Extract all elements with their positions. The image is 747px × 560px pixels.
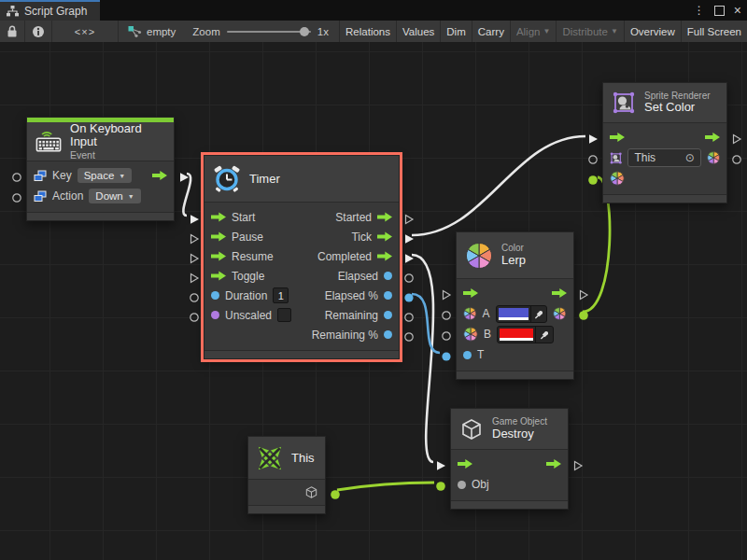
node-destroy[interactable]: Game Object Destroy Obj <box>450 408 569 510</box>
lerp-flow-in-port[interactable] <box>441 287 452 299</box>
flow-in-arrow <box>211 212 226 222</box>
keyboard-flow-out-port[interactable] <box>178 170 190 181</box>
node-footer <box>204 350 399 358</box>
maximize-icon[interactable] <box>714 6 725 16</box>
color-input-port[interactable] <box>587 173 599 184</box>
dim-button[interactable]: Dim <box>440 21 471 42</box>
color-wheel-icon <box>610 171 625 186</box>
graph-status-label: empty <box>147 26 176 37</box>
wire-this-to-destroy-obj[interactable] <box>337 483 434 490</box>
lock-button[interactable] <box>0 21 25 42</box>
key-input-port[interactable] <box>11 170 22 181</box>
node-footer <box>27 212 174 220</box>
elapsed-percent-port[interactable] <box>403 290 415 301</box>
lerp-b-port[interactable] <box>441 329 452 340</box>
node-title: On Keyboard Input <box>70 122 165 150</box>
flow-out-arrow <box>152 171 167 181</box>
port-row-action: Action Down ▼ <box>27 186 174 206</box>
node-footer <box>451 500 568 509</box>
started-flow-port[interactable] <box>403 212 415 223</box>
color-wheel-icon <box>463 327 478 342</box>
node-on-keyboard-input[interactable]: On Keyboard Input Event Key Space ▼ <box>26 117 175 221</box>
flow-out-arrow <box>705 133 720 143</box>
setcolor-flow-in-port[interactable] <box>587 132 599 143</box>
zoom-slider-handle[interactable] <box>300 27 309 36</box>
relations-button[interactable]: Relations <box>339 21 396 42</box>
action-dropdown[interactable]: Down ▼ <box>89 189 140 203</box>
unscaled-checkbox[interactable] <box>277 308 291 322</box>
toggle-flow-port[interactable] <box>189 271 200 282</box>
wire-timer-completed-to-destroy[interactable] <box>412 255 433 462</box>
pause-flow-port[interactable] <box>189 231 200 243</box>
elapsed-value-port[interactable] <box>403 271 415 282</box>
tick-flow-port[interactable] <box>403 231 415 243</box>
object-picker-icon[interactable]: ⊙ <box>685 152 695 163</box>
target-output-port[interactable] <box>731 152 742 163</box>
this-output-port[interactable] <box>330 487 341 498</box>
eyedropper-button[interactable] <box>530 306 546 322</box>
node-subtitle: Event <box>70 149 165 161</box>
chevron-down-icon: ▼ <box>128 193 134 200</box>
port-row-duration-elapsedpct: Duration 1 Elapsed % <box>204 286 399 305</box>
setcolor-flow-out-port[interactable] <box>731 132 742 143</box>
timer-clock-icon <box>213 165 241 193</box>
destroy-flow-in-port[interactable] <box>435 458 446 469</box>
eyedropper-button[interactable] <box>535 327 553 343</box>
port-row-unscaled-remaining: Unscaled Remaining <box>204 305 399 325</box>
graph-canvas[interactable]: On Keyboard Input Event Key Space ▼ <box>0 42 747 560</box>
lerp-result-port[interactable] <box>578 308 589 319</box>
unscaled-value-port[interactable] <box>189 310 200 321</box>
value-dot <box>211 291 219 300</box>
action-input-port[interactable] <box>11 190 22 202</box>
lerp-flow-out-port[interactable] <box>578 287 589 299</box>
overview-button[interactable]: Overview <box>624 21 681 42</box>
zoom-label: Zoom <box>192 26 219 37</box>
menu-icon[interactable]: ⋮ <box>694 5 705 16</box>
node-this[interactable]: This <box>247 436 326 514</box>
node-timer[interactable]: Timer Start Started Pause Tick <box>204 155 400 359</box>
wire-timer-tick-to-setcolor[interactable] <box>412 136 585 235</box>
target-input-port[interactable] <box>587 152 599 163</box>
code-view-button[interactable]: <×> <box>52 21 119 42</box>
remaining-label: Remaining <box>325 309 378 322</box>
distribute-button: Distribute▼ <box>556 21 624 42</box>
tab-script-graph[interactable]: Script Graph <box>0 0 100 21</box>
port-row-key: Key Space ▼ <box>27 165 174 186</box>
node-color-lerp[interactable]: Color Lerp A <box>456 231 574 380</box>
destroy-flow-out-port[interactable] <box>572 458 584 469</box>
graph-hierarchy-icon <box>7 6 19 17</box>
info-button[interactable] <box>25 21 52 42</box>
zoom-slider[interactable] <box>227 31 311 33</box>
value-dot <box>384 311 392 319</box>
values-button[interactable]: Values <box>396 21 440 42</box>
port-row-flow <box>457 283 573 303</box>
value-dot <box>384 272 392 280</box>
pause-label: Pause <box>232 231 263 244</box>
remaining-value-port[interactable] <box>403 310 415 321</box>
flow-in-arrow <box>463 288 478 299</box>
key-dropdown[interactable]: Space ▼ <box>78 168 133 183</box>
info-icon <box>32 25 45 38</box>
close-icon[interactable]: × <box>734 4 741 17</box>
color-field-a[interactable] <box>496 305 548 323</box>
resume-flow-port[interactable] <box>189 251 200 262</box>
remaining-percent-port[interactable] <box>403 329 415 341</box>
wire-elapsed-percent-to-lerp-t[interactable] <box>412 294 440 353</box>
node-set-color[interactable]: Sprite Renderer Set Color <box>602 82 727 203</box>
obj-input-port[interactable] <box>435 479 446 490</box>
start-flow-port[interactable] <box>189 212 200 223</box>
align-button: Align▼ <box>510 21 557 42</box>
color-field-b[interactable] <box>497 326 554 343</box>
target-object-field[interactable]: This ⊙ <box>627 148 700 167</box>
flow-in-arrow <box>458 459 472 469</box>
fullscreen-button[interactable]: Full Screen <box>681 21 747 42</box>
duration-value-port[interactable] <box>189 290 200 301</box>
node-header: On Keyboard Input Event <box>27 122 174 161</box>
carry-button[interactable]: Carry <box>472 21 510 42</box>
flow-out-arrow <box>377 251 392 261</box>
lerp-t-port[interactable] <box>441 349 452 360</box>
zoom-control: Zoom 1x <box>185 21 336 42</box>
duration-input[interactable]: 1 <box>273 287 289 303</box>
completed-flow-port[interactable] <box>403 251 415 262</box>
lerp-a-port[interactable] <box>441 308 452 319</box>
